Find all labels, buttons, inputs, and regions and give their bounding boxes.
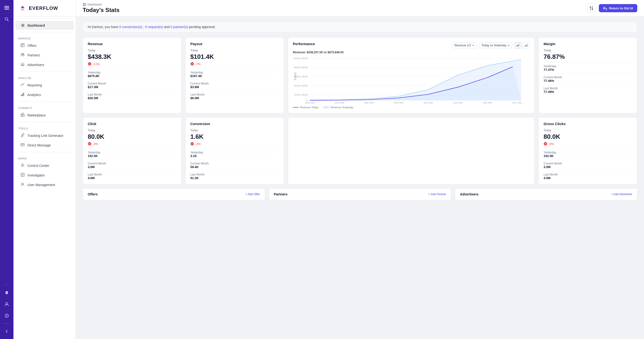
- margin-current-month-row: Current Month 77.46%: [544, 73, 632, 83]
- chart-placeholder: [288, 117, 535, 184]
- revenue-dropdown[interactable]: Revenue 1/2: [452, 42, 477, 48]
- sidebar-item-reporting[interactable]: Reporting: [16, 81, 74, 90]
- svg-line-4: [8, 20, 9, 21]
- sidebar-item-tracking-link[interactable]: Tracking Link Generator: [16, 131, 74, 140]
- svg-text:15:00: 15:00: [453, 102, 462, 104]
- payout-last-month-row: Last Month $6.0M: [190, 91, 279, 100]
- gross-clicks-today-value: 80.0K: [544, 133, 632, 140]
- performance-card: Performance Revenue 1/2 Today vs Yesterd…: [288, 37, 535, 113]
- notifications-icon[interactable]: [2, 288, 12, 298]
- bar-chart-btn[interactable]: [522, 42, 530, 49]
- analytics-icon: [20, 92, 25, 97]
- more-section-label: MORE: [14, 154, 76, 161]
- sidebar-item-dashboard[interactable]: ⊞ Dashboard: [16, 21, 74, 30]
- sidebar-item-offers[interactable]: Offers: [16, 41, 74, 50]
- margin-card-title: Margin: [544, 42, 632, 46]
- svg-rect-32: [524, 45, 525, 47]
- offers-bottom-card: Offers + Add Offer: [83, 188, 265, 200]
- gross-clicks-current-month-label: Current Month: [544, 162, 632, 165]
- margin-yesterday-row: Yesterday 77.47%: [544, 62, 632, 71]
- gross-clicks-last-month-row: Last Month 4.6M: [544, 171, 632, 180]
- gross-clicks-yesterday-label: Yesterday: [544, 151, 632, 154]
- manage-section-label: MANAGE: [14, 34, 76, 41]
- revenue-last-month-label: Last Month: [88, 93, 176, 96]
- help-icon[interactable]: ?: [2, 311, 12, 321]
- line-chart-btn[interactable]: [514, 42, 522, 49]
- svg-text:0: 0: [306, 99, 308, 102]
- click-current-month-value: 3.0M: [88, 165, 176, 169]
- bottom-cards-row: Offers + Add Offer Partners + Add Partne…: [83, 188, 637, 200]
- conversions-link[interactable]: 0 conversion(s): [120, 25, 142, 29]
- perf-card-title: Performance: [293, 42, 315, 46]
- sidebar-item-advertisers[interactable]: Advertisers: [16, 60, 74, 69]
- click-change: -3%: [88, 142, 176, 146]
- sidebar-item-user-management[interactable]: User Management: [16, 180, 74, 189]
- gross-clicks-current-month-row: Current Month 3.0M: [544, 160, 632, 169]
- click-card-title: Click: [88, 122, 176, 126]
- requests-link[interactable]: 0 request(s): [145, 25, 163, 29]
- analyze-section-label: ANALYZE: [14, 74, 76, 80]
- svg-text:09:00: 09:00: [394, 102, 404, 104]
- breadcrumb-text: Dashboard: [88, 3, 102, 6]
- perf-yesterday-rev: $875,846.00: [328, 51, 344, 54]
- collapse-sidebar-icon[interactable]: [2, 327, 12, 336]
- svg-rect-23: [84, 5, 86, 6]
- conversion-yesterday-row: Yesterday 3.1K: [190, 149, 279, 158]
- conversion-change: -2%: [190, 142, 279, 146]
- tracking-link-icon: [20, 133, 25, 138]
- payout-last-month-value: $6.0M: [190, 96, 279, 100]
- menu-icon[interactable]: [2, 3, 12, 12]
- conversion-current-month-value: 59.4K: [190, 165, 279, 169]
- offers-bottom-title: Offers: [88, 192, 98, 196]
- connect-section-label: CONNECT: [14, 104, 76, 110]
- direct-message-icon: [20, 143, 25, 148]
- gross-clicks-yesterday-value: 152.5K: [544, 154, 632, 158]
- svg-text:12:00: 12:00: [424, 102, 433, 104]
- perf-subtitle-prefix: Revenue:: [293, 51, 306, 54]
- svg-rect-15: [21, 114, 24, 116]
- profile-icon[interactable]: [2, 299, 12, 309]
- svg-point-5: [6, 303, 8, 305]
- sidebar-item-control-center[interactable]: Control Center: [16, 161, 74, 170]
- add-advertiser-button[interactable]: + Add Advertiser: [611, 193, 632, 196]
- sidebar-item-analytics[interactable]: Analytics: [16, 90, 74, 99]
- svg-rect-34: [527, 44, 528, 47]
- conversion-today-label: Today: [190, 129, 279, 132]
- click-today-value: 80.0K: [88, 133, 176, 140]
- sidebar-analytics-label: Analytics: [28, 93, 41, 97]
- svg-text:200,000: 200,000: [294, 94, 308, 96]
- conversion-card-title: Conversion: [190, 122, 279, 126]
- user-management-icon: [20, 182, 25, 187]
- stats-row-2: Click Today 80.0K -3% Yesterday 152.5K C…: [83, 117, 637, 184]
- return-to-old-ui-button[interactable]: Return to Old UI: [599, 4, 637, 12]
- partners-bottom-card: Partners + Add Partner: [269, 188, 451, 200]
- sidebar-item-investigator[interactable]: Investigator: [16, 171, 74, 180]
- gross-clicks-change-value: -3%: [548, 142, 554, 146]
- add-offer-button[interactable]: + Add Offer: [245, 193, 260, 196]
- sidebar-item-direct-message[interactable]: Direct Message: [16, 141, 74, 150]
- click-change-value: -3%: [92, 142, 98, 146]
- svg-rect-33: [526, 45, 526, 47]
- marketplace-icon: [20, 113, 25, 118]
- margin-card: Margin Today 76.87% Yesterday 77.47% Cur…: [538, 37, 637, 113]
- margin-today-value: 76.87%: [544, 53, 632, 60]
- sidebar-partners-label: Partners: [28, 53, 40, 57]
- add-partner-button[interactable]: + Add Partner: [428, 193, 446, 196]
- filter-button[interactable]: [587, 3, 596, 13]
- conversion-last-month-label: Last Month: [190, 173, 279, 176]
- approval-banner: Hi Darriun, you have 0 conversion(s) , 0…: [83, 21, 637, 32]
- sidebar-item-marketplace[interactable]: Marketplace: [16, 111, 74, 120]
- conversion-yesterday-value: 3.1K: [190, 154, 279, 158]
- sidebar-dashboard-label: Dashboard: [28, 23, 45, 27]
- payout-today-value: $101.4K: [190, 53, 279, 60]
- svg-text:00:00: 00:00: [305, 102, 314, 104]
- click-current-month-row: Current Month 3.0M: [88, 160, 176, 169]
- date-range-dropdown[interactable]: Today vs Yesterday: [479, 42, 512, 48]
- svg-text:Revenue: Revenue: [294, 72, 297, 80]
- partners-link[interactable]: 0 partner(s): [170, 25, 188, 29]
- sidebar-item-partners[interactable]: Partners: [16, 51, 74, 60]
- payout-current-month-label: Current Month: [190, 82, 279, 85]
- click-yesterday-label: Yesterday: [88, 151, 176, 154]
- search-icon[interactable]: [2, 14, 12, 24]
- sidebar-reporting-label: Reporting: [28, 83, 42, 87]
